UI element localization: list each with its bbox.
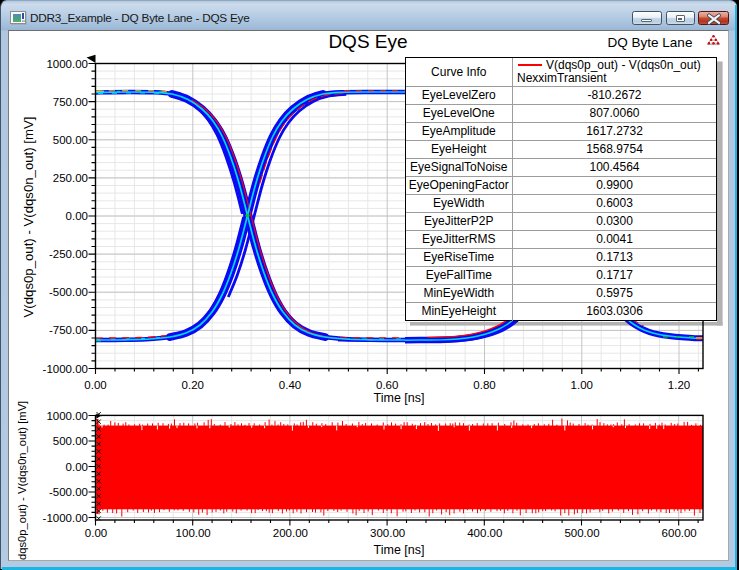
svg-text:250.00: 250.00: [53, 172, 88, 184]
svg-text:0.20: 0.20: [182, 379, 204, 391]
svg-text:V(dqs0p_out) - V(dqs0n_out) [m: V(dqs0p_out) - V(dqs0n_out) [mV]: [21, 117, 36, 318]
svg-text:750.00: 750.00: [53, 96, 88, 108]
svg-text:Time [ns]: Time [ns]: [374, 543, 425, 557]
svg-text:500.00: 500.00: [53, 435, 88, 447]
svg-text:200.00: 200.00: [273, 527, 308, 539]
svg-text:-750.00: -750.00: [49, 324, 88, 336]
svg-text:1000.00: 1000.00: [46, 410, 88, 422]
svg-text:Time [ns]: Time [ns]: [374, 391, 425, 405]
svg-text:1.20: 1.20: [668, 379, 690, 391]
svg-text:-1000.00: -1000.00: [43, 363, 88, 375]
svg-text:0.00: 0.00: [85, 527, 107, 539]
svg-text:500.00: 500.00: [564, 527, 599, 539]
svg-text:V(dqs0p_out) - V(dqs0n_out) [m: V(dqs0p_out) - V(dqs0n_out) [mV]: [16, 401, 28, 560]
svg-text:500.00: 500.00: [53, 134, 88, 146]
svg-text:-500.00: -500.00: [49, 486, 88, 498]
svg-text:1000.00: 1000.00: [46, 58, 88, 70]
svg-text:400.00: 400.00: [467, 527, 502, 539]
svg-text:0.80: 0.80: [473, 379, 495, 391]
svg-text:0.60: 0.60: [376, 379, 398, 391]
svg-text:0.00: 0.00: [66, 461, 88, 473]
svg-text:1.00: 1.00: [571, 379, 593, 391]
svg-text:-1000.00: -1000.00: [43, 512, 88, 524]
svg-text:0.40: 0.40: [279, 379, 301, 391]
svg-text:600.00: 600.00: [662, 527, 697, 539]
svg-text:DQ Byte Lane: DQ Byte Lane: [608, 35, 693, 50]
svg-text:0.00: 0.00: [84, 379, 106, 391]
svg-text:-250.00: -250.00: [49, 248, 88, 260]
svg-text:100.00: 100.00: [176, 527, 211, 539]
svg-text:DQS Eye: DQS Eye: [328, 32, 407, 52]
svg-text:300.00: 300.00: [370, 527, 405, 539]
svg-text:0.00: 0.00: [66, 210, 88, 222]
svg-text:-500.00: -500.00: [49, 286, 88, 298]
